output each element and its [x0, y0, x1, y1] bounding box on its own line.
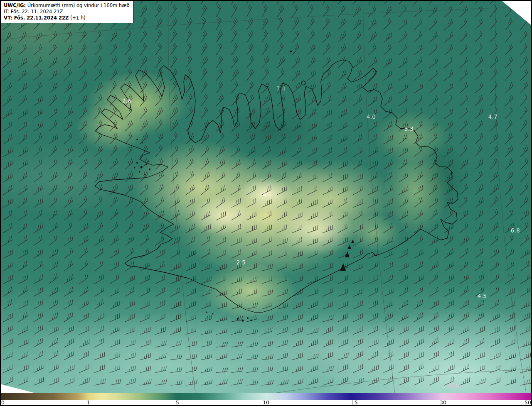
precip-value-label: 6.8	[511, 227, 520, 234]
precip-value-label: 4.0	[367, 113, 376, 120]
lead-time: (+1 h)	[70, 15, 86, 21]
precip-value-label: 4.7	[488, 113, 498, 120]
title-line-1: UWC/IG: Úrkomumætti (mm) og vindur i 100…	[4, 2, 130, 9]
islet-ring	[301, 81, 305, 85]
skerries-and-islands	[134, 51, 355, 322]
colorbar-tick-30: 30	[440, 400, 446, 406]
map-canvas: 2.67.44.03.34.76.81.12.54.510.0 UWC/IG: …	[0, 0, 532, 394]
colorbar-tick-1: 1	[87, 400, 90, 406]
model-id: UWC/IG:	[4, 2, 26, 8]
init-time: IT: Fös. 22. 11. 2024 21Z	[4, 9, 130, 15]
parameter-description: Úrkomumætti (mm) og vindur i 100m hæð	[27, 2, 130, 8]
weather-map-screenshot: 2.67.44.03.34.76.81.12.54.510.0 UWC/IG: …	[0, 0, 532, 406]
valid-time: VT: Fös. 22.11.2024 22Z	[4, 15, 69, 21]
precip-value-label: 1.1	[263, 191, 272, 197]
colorbar-tick-15: 15	[351, 400, 358, 406]
precip-value-label: 7.4	[276, 85, 286, 92]
precip-value-label: 10.0	[446, 383, 459, 389]
precip-value-label: 4.5	[478, 293, 487, 299]
colorbar-gradient	[0, 393, 532, 400]
precip-value-label: 3.3	[404, 125, 414, 132]
colorbar-tick-0: 0	[1, 400, 5, 406]
colorbar-tick-5: 5	[176, 400, 179, 406]
valid-time-line: VT: Fös. 22.11.2024 22Z (+1 h)	[4, 15, 130, 21]
colorbar-ticks: 01510153050	[0, 400, 532, 406]
precip-value-label: 2.5	[236, 259, 246, 266]
colorbar-tick-10: 10	[263, 400, 269, 406]
colorbar-tick-50: 50	[525, 400, 531, 406]
mainland-coast	[95, 60, 458, 312]
title-box: UWC/IG: Úrkomumætti (mm) og vindur i 100…	[1, 1, 133, 23]
precip-value-label: 2.6	[122, 98, 131, 104]
